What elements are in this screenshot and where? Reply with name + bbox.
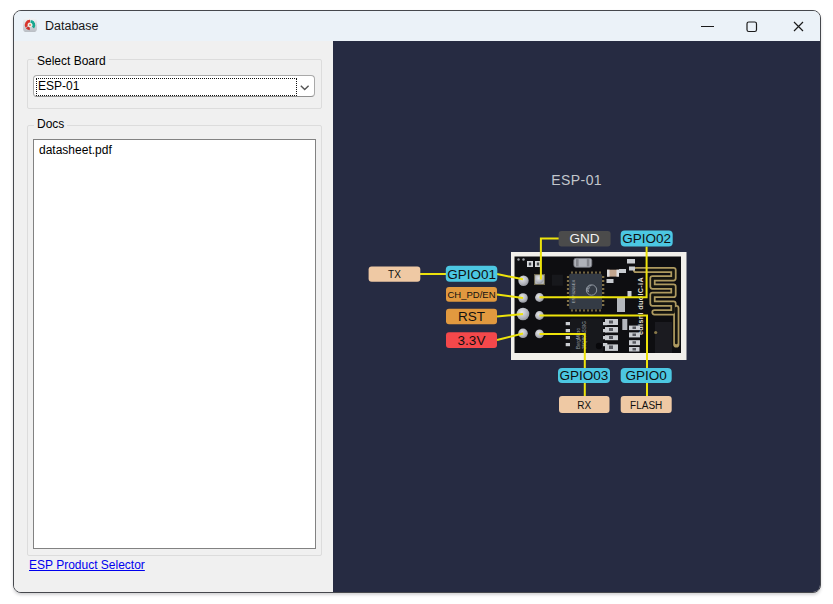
svg-text:TX: TX bbox=[388, 269, 401, 280]
svg-text:GND: GND bbox=[570, 231, 600, 246]
svg-text:GPIO0: GPIO0 bbox=[626, 368, 667, 383]
svg-text:RST: RST bbox=[458, 309, 485, 324]
svg-text:GPIO02: GPIO02 bbox=[622, 231, 671, 246]
svg-text:RX: RX bbox=[577, 400, 591, 411]
svg-text:CH_PD/EN: CH_PD/EN bbox=[447, 289, 495, 300]
svg-text:FLASH: FLASH bbox=[630, 400, 662, 411]
svg-text:ESP-01: ESP-01 bbox=[551, 172, 602, 188]
svg-text:3.3V: 3.3V bbox=[458, 333, 486, 348]
svg-text:ESP8266EX: ESP8266EX bbox=[571, 280, 576, 303]
svg-text:BergMicro: BergMicro bbox=[576, 328, 581, 349]
svg-text:GPIO01: GPIO01 bbox=[447, 267, 496, 282]
svg-text:GPIO03: GPIO03 bbox=[560, 368, 609, 383]
